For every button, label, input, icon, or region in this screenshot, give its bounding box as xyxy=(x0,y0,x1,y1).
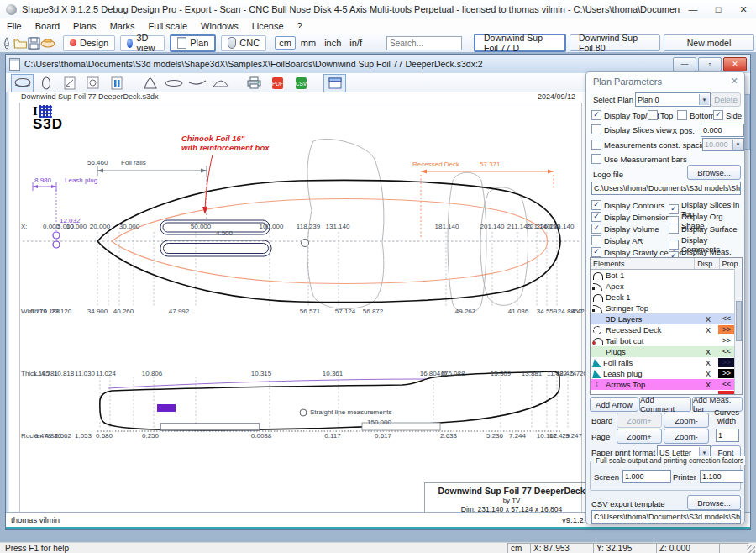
menu-full-scale[interactable]: Full scale xyxy=(142,21,194,31)
export-csv-icon[interactable]: CSV xyxy=(290,74,312,92)
new-model-button[interactable]: New model xyxy=(664,34,754,51)
checkbox-display-surface[interactable]: Display Surface xyxy=(669,224,738,234)
add-arrow-button[interactable]: Add Arrow xyxy=(590,397,638,412)
board-zoom-in-button[interactable]: Zoom+ xyxy=(617,413,662,428)
checkbox-display-contours[interactable]: ✓Display Contours xyxy=(591,200,664,210)
model-tab-downwind-77[interactable]: Downwind Sup Foil 77 D xyxy=(474,34,566,52)
cnc-button[interactable]: CNC xyxy=(221,35,266,51)
checkbox-display-volume[interactable]: ✓Display Volume xyxy=(591,224,659,234)
element-row-tail-bot-cut[interactable]: Tail bot cut>> xyxy=(591,335,742,346)
save-icon[interactable] xyxy=(28,35,40,51)
scroll-thumb[interactable] xyxy=(744,94,750,150)
element-row-bot-1[interactable]: Bot 1 xyxy=(591,270,742,281)
curves-width-input[interactable]: 1 xyxy=(716,429,739,442)
display-toggle[interactable]: X xyxy=(698,359,718,367)
chevron-down-icon[interactable]: ▼ xyxy=(732,140,743,150)
menu-license[interactable]: License xyxy=(245,21,291,31)
export-board-icon[interactable] xyxy=(40,35,55,51)
display-toggle[interactable]: X xyxy=(698,348,718,356)
properties-button[interactable]: >> xyxy=(718,358,735,367)
properties-button[interactable] xyxy=(718,292,735,302)
element-row-stringer-top[interactable]: Stringer Top xyxy=(591,303,742,313)
element-row-recessed-deck[interactable]: Recessed DeckX>> xyxy=(591,324,742,335)
element-row-deck-1[interactable]: Deck 1 xyxy=(591,292,742,303)
panel-toggle-icon[interactable] xyxy=(323,74,346,92)
menu-windows[interactable]: Windows xyxy=(194,21,245,31)
display-toggle[interactable]: X xyxy=(698,315,718,324)
unit-mm[interactable]: mm xyxy=(297,38,319,48)
xpos-input[interactable]: 0.000 xyxy=(701,124,744,137)
print-icon[interactable] xyxy=(243,74,265,92)
doc-restore-button[interactable]: ▫ xyxy=(698,57,722,71)
menu--[interactable]: ? xyxy=(291,21,309,31)
checkbox-top[interactable]: Top xyxy=(648,110,673,120)
rotation-icon[interactable] xyxy=(81,74,104,92)
elements-scrollbar[interactable] xyxy=(734,269,742,394)
panel-close-icon[interactable]: ✕ xyxy=(731,76,738,87)
display-toggle[interactable]: X xyxy=(698,381,718,389)
menu-plans[interactable]: Plans xyxy=(66,21,103,31)
logo-path-input[interactable]: C:\Users\thoma\Documents\S3d models\Shap… xyxy=(591,182,741,195)
dome-template-icon[interactable] xyxy=(209,74,232,92)
minimize-button[interactable]: — xyxy=(680,1,706,18)
menu-marks[interactable]: Marks xyxy=(103,21,142,31)
properties-button[interactable]: << xyxy=(718,347,735,356)
chevron-down-icon[interactable]: ▼ xyxy=(699,94,709,105)
checkbox-display-dimensions[interactable]: ✓Display Dimensions xyxy=(591,212,674,222)
add-comment-button[interactable]: Add Comment xyxy=(639,397,691,412)
measurement-bars-checkbox[interactable]: Use Measurement bars xyxy=(591,154,687,164)
rocker-template-icon[interactable] xyxy=(186,74,208,92)
open-folder-icon[interactable] xyxy=(13,35,28,51)
plan-select[interactable]: Plan 0 ▼ xyxy=(635,92,711,107)
element-row-apex[interactable]: Apex xyxy=(591,281,742,292)
plan-button[interactable]: Plan xyxy=(170,34,216,52)
element-row-arrows-top[interactable]: Arrows TopX<< xyxy=(591,379,742,390)
element-row-plugs[interactable]: PlugsX<< xyxy=(591,346,742,357)
checkbox-bottom[interactable]: Bottom xyxy=(677,110,715,120)
board-zoom-out-button[interactable]: Zoom- xyxy=(664,413,709,428)
model-tab-downwind-80[interactable]: Downwind Sup Foil 80 xyxy=(570,34,660,51)
spacing-select[interactable]: 10.000 ▼ xyxy=(702,138,744,151)
properties-button[interactable]: >> xyxy=(718,325,735,334)
slice-view-icon[interactable] xyxy=(34,74,57,92)
design-button[interactable]: Design xyxy=(63,35,115,51)
properties-button[interactable]: >> xyxy=(718,336,735,345)
search-input[interactable] xyxy=(386,36,462,50)
measurements-sheet-icon[interactable] xyxy=(58,74,81,92)
screen-factor-input[interactable]: 1.000 xyxy=(622,470,671,483)
menu-file[interactable]: File xyxy=(0,21,29,31)
element-row-foil-rails[interactable]: Foil railsX>> xyxy=(591,357,742,368)
outline-template-icon[interactable] xyxy=(162,74,185,92)
export-pdf-icon[interactable]: PDF xyxy=(266,74,289,92)
properties-button[interactable] xyxy=(718,303,735,313)
csv-browse-button[interactable]: Browse... xyxy=(687,495,741,510)
display-toggle[interactable]: X xyxy=(698,370,718,378)
properties-button[interactable]: >> xyxy=(718,369,735,378)
csv-path-input[interactable]: C:\Users\thoma\Documents\S3d models\Shap… xyxy=(591,510,741,524)
view-3d-button[interactable]: 3D view xyxy=(120,35,165,51)
const-spacing-checkbox[interactable]: Measurements const. spacing xyxy=(591,140,710,150)
delete-plan-button[interactable]: Delete xyxy=(711,92,741,107)
page-zoom-in-button[interactable]: Zoom+ xyxy=(617,429,662,444)
checkbox-side[interactable]: ✓Side xyxy=(713,110,742,120)
properties-button[interactable] xyxy=(718,271,735,280)
properties-button[interactable] xyxy=(718,282,735,291)
maximize-button[interactable]: □ xyxy=(706,1,731,18)
unit-inf[interactable]: in/f xyxy=(346,38,365,48)
doc-close-button[interactable]: ✕ xyxy=(723,57,747,71)
unit-cm[interactable]: cm xyxy=(275,36,296,50)
printer-factor-input[interactable]: 1.100 xyxy=(700,470,743,483)
menu-board[interactable]: Board xyxy=(29,21,66,31)
spin-template-icon[interactable] xyxy=(139,74,161,92)
display-slices-view-checkbox[interactable]: Display Slices view xyxy=(591,124,672,134)
logo-browse-button[interactable]: Browse... xyxy=(687,165,741,180)
properties-button[interactable]: << xyxy=(718,380,735,389)
measure-bars-icon[interactable] xyxy=(105,74,128,92)
tool-pen-icon[interactable] xyxy=(0,35,13,51)
element-row-3d-layers[interactable]: 3D LayersX<< xyxy=(591,313,742,324)
element-row-leash-plug[interactable]: Leash plugX>> xyxy=(591,368,742,379)
checkbox-display-ar[interactable]: Display AR xyxy=(591,235,643,245)
display-toggle[interactable]: X xyxy=(698,326,718,334)
resize-grip[interactable] xyxy=(747,545,755,553)
doc-minimize-button[interactable]: — xyxy=(673,57,696,71)
